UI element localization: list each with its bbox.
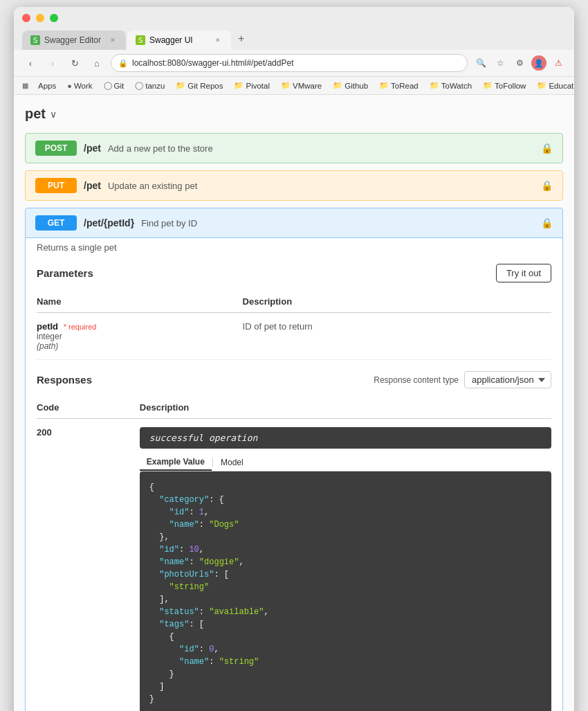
chevron-down-icon[interactable]: ∨ xyxy=(50,109,57,120)
folder-vmware-icon: 📁 xyxy=(281,81,291,90)
endpoint-desc-post: Add a new pet to the store xyxy=(108,143,213,154)
address-text: localhost:8080/swagger-ui.html#/pet/addP… xyxy=(132,58,293,68)
home-button[interactable]: ⌂ xyxy=(89,55,105,71)
profile-icon[interactable]: 👤 xyxy=(531,55,546,71)
method-badge-put: PUT xyxy=(35,178,77,193)
pet-header: pet ∨ xyxy=(25,106,563,122)
folder-pivotal-icon: 📁 xyxy=(234,81,244,90)
endpoint-path-put: /pet xyxy=(84,180,101,191)
bookmark-gitrepos[interactable]: 📁 Git Repos xyxy=(172,80,227,91)
lock-icon-get: 🔒 xyxy=(541,217,553,228)
param-name-cell: petId * required integer (path) xyxy=(37,313,243,360)
bookmark-gitrepos-label: Git Repos xyxy=(187,82,223,90)
maximize-button[interactable] xyxy=(50,14,58,22)
forward-button[interactable]: › xyxy=(44,55,61,71)
new-tab-button[interactable]: + xyxy=(232,28,250,50)
example-tabs: Example Value | Model xyxy=(140,454,551,471)
endpoint-get-pet-by-id[interactable]: GET /pet/{petId} Find pet by ID 🔒 xyxy=(25,208,563,238)
bookmark-tofollow-label: ToFollow xyxy=(495,82,526,90)
parameters-label: Parameters xyxy=(37,267,93,279)
content-type-area: Response content type application/json a… xyxy=(374,371,551,388)
tab-favicon-swagger-ui: S xyxy=(136,35,145,45)
param-type: integer xyxy=(37,332,243,341)
folder-gitrepos-icon: 📁 xyxy=(176,81,185,90)
method-badge-get: GET xyxy=(35,215,77,231)
content-area: pet ∨ POST /pet Add a new pet to the sto… xyxy=(14,95,574,711)
tab-close-swagger-editor[interactable]: ✕ xyxy=(108,35,118,45)
bookmark-toread[interactable]: 📁 ToRead xyxy=(375,80,423,91)
address-bar[interactable]: 🔒 localhost:8080/swagger-ui.html#/pet/ad… xyxy=(111,54,468,72)
work-icon: ● xyxy=(67,82,72,90)
minimize-button[interactable] xyxy=(36,14,44,22)
bookmark-tanzu[interactable]: ◯ tanzu xyxy=(131,80,169,91)
star-icon[interactable]: ☆ xyxy=(493,55,508,71)
response-row-200: 200 successful operation Example Value |… xyxy=(37,419,551,712)
reload-button[interactable]: ↻ xyxy=(66,55,83,71)
lock-icon-put: 🔒 xyxy=(541,180,553,191)
responses-label: Responses xyxy=(37,374,92,386)
bookmark-pivotal-label: Pivotal xyxy=(246,82,270,90)
bookmark-toread-label: ToRead xyxy=(391,82,419,90)
content-type-select[interactable]: application/json application/xml xyxy=(464,371,551,388)
lock-icon: 🔒 xyxy=(118,59,128,68)
table-row: petId * required integer (path) ID of pe… xyxy=(37,313,551,360)
param-name: petId xyxy=(37,321,58,332)
model-tab[interactable]: Model xyxy=(214,454,250,471)
bookmark-towatch[interactable]: 📁 ToWatch xyxy=(425,80,476,91)
param-desc-cell: ID of pet to return xyxy=(243,313,551,360)
bookmark-work[interactable]: ● Work xyxy=(63,80,96,91)
bookmark-apps-label: Apps xyxy=(38,82,56,90)
lock-icon-post: 🔒 xyxy=(541,143,553,154)
apps-grid-icon[interactable]: ▦ xyxy=(22,82,28,89)
bookmark-github[interactable]: 📁 Github xyxy=(329,80,372,91)
endpoint-post-pet[interactable]: POST /pet Add a new pet to the store 🔒 xyxy=(25,133,563,163)
json-example-block: { "category": { "id": 1, "name": "Dogs" … xyxy=(140,471,551,711)
bookmark-github-label: Github xyxy=(344,82,368,90)
warning-icon[interactable]: ⚠ xyxy=(551,55,566,71)
endpoint-desc-get: Find pet by ID xyxy=(141,218,197,228)
tab-label-swagger-editor: Swagger Editor xyxy=(44,35,101,45)
param-required-label: * required xyxy=(64,323,97,331)
description-box: successful operation xyxy=(140,427,551,449)
bookmark-education[interactable]: 📁 Education xyxy=(533,80,574,91)
try-it-out-button[interactable]: Try it out xyxy=(496,264,551,282)
search-icon[interactable]: 🔍 xyxy=(473,55,488,71)
params-col-name: Name xyxy=(37,291,243,313)
folder-toread-icon: 📁 xyxy=(379,81,389,90)
folder-towatch-icon: 📁 xyxy=(430,81,439,90)
returns-text: Returns a single pet xyxy=(37,242,551,253)
endpoint-desc-put: Update an existing pet xyxy=(108,181,197,191)
responses-header: Responses Response content type applicat… xyxy=(37,371,551,388)
tab-favicon-swagger-editor: S xyxy=(30,35,40,45)
response-description-cell: successful operation Example Value | Mod… xyxy=(140,419,551,712)
responses-col-description: Description xyxy=(140,397,551,419)
responses-table: Code Description 200 successful operatio… xyxy=(37,397,551,711)
bookmark-pivotal[interactable]: 📁 Pivotal xyxy=(230,80,274,91)
git-icon: ◯ xyxy=(104,81,112,90)
tab-label-swagger-ui: Swagger UI xyxy=(149,35,193,45)
bookmark-apps[interactable]: Apps xyxy=(34,80,60,91)
close-button[interactable] xyxy=(22,14,30,22)
bookmark-tofollow[interactable]: 📁 ToFollow xyxy=(479,80,530,91)
param-description: ID of pet to return xyxy=(243,321,313,332)
tab-swagger-ui[interactable]: S Swagger UI ✕ xyxy=(127,30,231,50)
endpoint-put-pet[interactable]: PUT /pet Update an existing pet 🔒 xyxy=(25,170,563,201)
page-title: pet xyxy=(25,106,46,122)
endpoint-path-post: /pet xyxy=(84,143,101,154)
bookmark-towatch-label: ToWatch xyxy=(441,82,472,90)
example-value-tab[interactable]: Example Value xyxy=(140,454,212,471)
tab-swagger-editor[interactable]: S Swagger Editor ✕ xyxy=(22,30,126,50)
tab-close-swagger-ui[interactable]: ✕ xyxy=(213,35,223,45)
endpoint-path-get: /pet/{petId} xyxy=(84,217,134,228)
expanded-section: Returns a single pet Parameters Try it o… xyxy=(25,231,563,711)
bookmark-git[interactable]: ◯ Git xyxy=(100,80,129,91)
extensions-icon[interactable]: ⚙ xyxy=(512,55,527,71)
nav-bar: ‹ › ↻ ⌂ 🔒 localhost:8080/swagger-ui.html… xyxy=(14,50,574,77)
method-badge-post: POST xyxy=(35,141,77,156)
back-button[interactable]: ‹ xyxy=(22,55,39,71)
bookmark-vmware[interactable]: 📁 VMware xyxy=(277,80,326,91)
title-bar: S Swagger Editor ✕ S Swagger UI ✕ + xyxy=(14,7,574,50)
bookmarks-bar: ▦ Apps ● Work ◯ Git ◯ tanzu 📁 Git Repos … xyxy=(14,77,574,95)
window-controls xyxy=(22,14,566,22)
folder-education-icon: 📁 xyxy=(537,81,546,90)
